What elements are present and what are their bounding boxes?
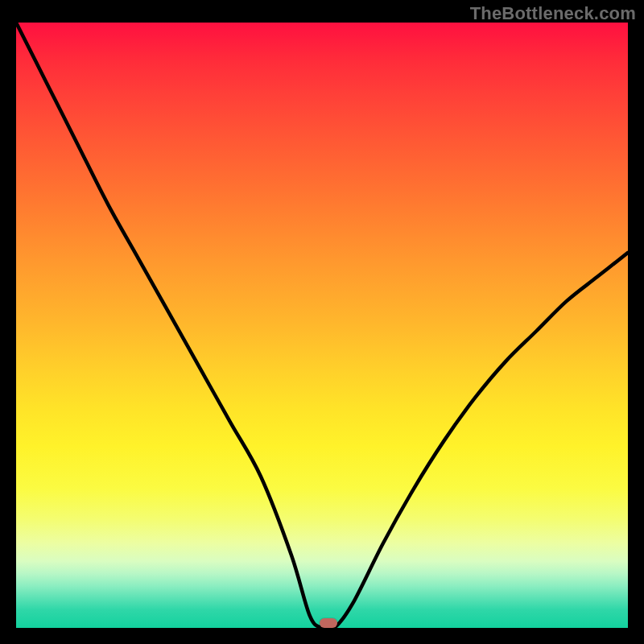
bottleneck-curve	[16, 23, 628, 628]
optimal-point-marker	[320, 618, 337, 628]
chart-frame: TheBottleneck.com	[0, 0, 644, 644]
plot-area	[16, 23, 628, 628]
attribution-text: TheBottleneck.com	[470, 3, 636, 24]
